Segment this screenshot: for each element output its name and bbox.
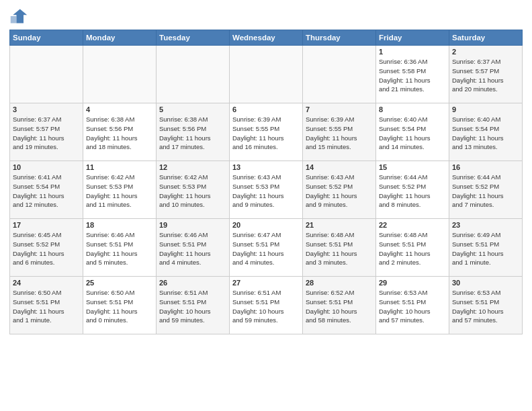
day-number: 1	[379, 48, 446, 56]
week-row-4: 17Sunrise: 6:45 AM Sunset: 5:52 PM Dayli…	[10, 219, 523, 277]
day-info: Sunrise: 6:50 AM Sunset: 5:51 PM Dayligh…	[86, 288, 153, 325]
day-cell-4: 4Sunrise: 6:38 AM Sunset: 5:56 PM Daylig…	[83, 103, 157, 161]
day-info: Sunrise: 6:42 AM Sunset: 5:53 PM Dayligh…	[86, 173, 153, 210]
day-cell-13: 13Sunrise: 6:43 AM Sunset: 5:53 PM Dayli…	[230, 161, 303, 219]
day-number: 16	[452, 163, 519, 171]
day-number: 7	[306, 105, 373, 113]
day-number: 13	[232, 163, 300, 171]
day-number: 6	[232, 105, 300, 113]
calendar: SundayMondayTuesdayWednesdayThursdayFrid…	[9, 30, 523, 334]
empty-cell	[83, 46, 157, 103]
day-cell-2: 2Sunrise: 6:37 AM Sunset: 5:57 PM Daylig…	[449, 46, 523, 103]
day-info: Sunrise: 6:51 AM Sunset: 5:51 PM Dayligh…	[232, 288, 300, 325]
day-cell-30: 30Sunrise: 6:53 AM Sunset: 5:51 PM Dayli…	[449, 277, 523, 334]
day-info: Sunrise: 6:48 AM Sunset: 5:51 PM Dayligh…	[379, 230, 446, 267]
day-cell-26: 26Sunrise: 6:51 AM Sunset: 5:51 PM Dayli…	[157, 277, 230, 334]
day-info: Sunrise: 6:41 AM Sunset: 5:54 PM Dayligh…	[13, 173, 80, 210]
day-info: Sunrise: 6:52 AM Sunset: 5:51 PM Dayligh…	[306, 288, 373, 325]
day-cell-16: 16Sunrise: 6:44 AM Sunset: 5:52 PM Dayli…	[449, 161, 523, 219]
day-cell-18: 18Sunrise: 6:46 AM Sunset: 5:51 PM Dayli…	[83, 219, 157, 277]
logo-icon	[9, 7, 28, 26]
weekday-header-tuesday: Tuesday	[157, 30, 230, 46]
day-cell-6: 6Sunrise: 6:39 AM Sunset: 5:55 PM Daylig…	[230, 103, 303, 161]
day-cell-11: 11Sunrise: 6:42 AM Sunset: 5:53 PM Dayli…	[83, 161, 157, 219]
day-number: 18	[86, 221, 153, 229]
weekday-header-saturday: Saturday	[449, 30, 523, 46]
day-cell-5: 5Sunrise: 6:38 AM Sunset: 5:56 PM Daylig…	[157, 103, 230, 161]
header	[9, 7, 523, 26]
week-row-1: 1Sunrise: 6:36 AM Sunset: 5:58 PM Daylig…	[10, 46, 523, 103]
day-cell-24: 24Sunrise: 6:50 AM Sunset: 5:51 PM Dayli…	[10, 277, 83, 334]
weekday-header-sunday: Sunday	[10, 30, 83, 46]
day-cell-14: 14Sunrise: 6:43 AM Sunset: 5:52 PM Dayli…	[303, 161, 376, 219]
day-number: 28	[306, 279, 373, 287]
day-info: Sunrise: 6:37 AM Sunset: 5:57 PM Dayligh…	[452, 57, 519, 94]
day-number: 10	[13, 163, 80, 171]
day-info: Sunrise: 6:40 AM Sunset: 5:54 PM Dayligh…	[452, 115, 519, 152]
day-info: Sunrise: 6:48 AM Sunset: 5:51 PM Dayligh…	[306, 230, 373, 267]
day-info: Sunrise: 6:43 AM Sunset: 5:53 PM Dayligh…	[232, 173, 300, 210]
day-number: 24	[13, 279, 80, 287]
empty-cell	[230, 46, 303, 103]
day-number: 11	[86, 163, 153, 171]
day-cell-17: 17Sunrise: 6:45 AM Sunset: 5:52 PM Dayli…	[10, 219, 83, 277]
day-info: Sunrise: 6:50 AM Sunset: 5:51 PM Dayligh…	[13, 288, 80, 325]
day-info: Sunrise: 6:53 AM Sunset: 5:51 PM Dayligh…	[452, 288, 519, 325]
day-number: 8	[379, 105, 446, 113]
day-cell-25: 25Sunrise: 6:50 AM Sunset: 5:51 PM Dayli…	[83, 277, 157, 334]
week-row-2: 3Sunrise: 6:37 AM Sunset: 5:57 PM Daylig…	[10, 103, 523, 161]
day-info: Sunrise: 6:49 AM Sunset: 5:51 PM Dayligh…	[452, 230, 519, 267]
day-number: 29	[379, 279, 446, 287]
day-info: Sunrise: 6:43 AM Sunset: 5:52 PM Dayligh…	[306, 173, 373, 210]
day-info: Sunrise: 6:51 AM Sunset: 5:51 PM Dayligh…	[159, 288, 226, 325]
day-number: 14	[306, 163, 373, 171]
day-number: 4	[86, 105, 153, 113]
day-info: Sunrise: 6:44 AM Sunset: 5:52 PM Dayligh…	[379, 173, 446, 210]
day-number: 20	[232, 221, 300, 229]
day-info: Sunrise: 6:44 AM Sunset: 5:52 PM Dayligh…	[452, 173, 519, 210]
weekday-header-wednesday: Wednesday	[230, 30, 303, 46]
day-cell-27: 27Sunrise: 6:51 AM Sunset: 5:51 PM Dayli…	[230, 277, 303, 334]
day-number: 12	[159, 163, 226, 171]
empty-cell	[157, 46, 230, 103]
day-number: 19	[159, 221, 226, 229]
day-number: 25	[86, 279, 153, 287]
day-info: Sunrise: 6:39 AM Sunset: 5:55 PM Dayligh…	[306, 115, 373, 152]
week-row-3: 10Sunrise: 6:41 AM Sunset: 5:54 PM Dayli…	[10, 161, 523, 219]
day-number: 22	[379, 221, 446, 229]
day-number: 3	[13, 105, 80, 113]
empty-cell	[303, 46, 376, 103]
day-cell-20: 20Sunrise: 6:47 AM Sunset: 5:51 PM Dayli…	[230, 219, 303, 277]
day-info: Sunrise: 6:45 AM Sunset: 5:52 PM Dayligh…	[13, 230, 80, 267]
day-cell-19: 19Sunrise: 6:46 AM Sunset: 5:51 PM Dayli…	[157, 219, 230, 277]
day-info: Sunrise: 6:38 AM Sunset: 5:56 PM Dayligh…	[159, 115, 226, 152]
day-number: 21	[306, 221, 373, 229]
day-number: 5	[159, 105, 226, 113]
page: SundayMondayTuesdayWednesdayThursdayFrid…	[0, 0, 532, 340]
day-cell-3: 3Sunrise: 6:37 AM Sunset: 5:57 PM Daylig…	[10, 103, 83, 161]
day-number: 17	[13, 221, 80, 229]
week-row-5: 24Sunrise: 6:50 AM Sunset: 5:51 PM Dayli…	[10, 277, 523, 334]
logo	[9, 7, 31, 26]
day-info: Sunrise: 6:40 AM Sunset: 5:54 PM Dayligh…	[379, 115, 446, 152]
day-info: Sunrise: 6:39 AM Sunset: 5:55 PM Dayligh…	[232, 115, 300, 152]
day-cell-22: 22Sunrise: 6:48 AM Sunset: 5:51 PM Dayli…	[376, 219, 449, 277]
day-cell-29: 29Sunrise: 6:53 AM Sunset: 5:51 PM Dayli…	[376, 277, 449, 334]
day-cell-1: 1Sunrise: 6:36 AM Sunset: 5:58 PM Daylig…	[376, 46, 449, 103]
empty-cell	[10, 46, 83, 103]
day-cell-21: 21Sunrise: 6:48 AM Sunset: 5:51 PM Dayli…	[303, 219, 376, 277]
day-info: Sunrise: 6:47 AM Sunset: 5:51 PM Dayligh…	[232, 230, 300, 267]
day-cell-8: 8Sunrise: 6:40 AM Sunset: 5:54 PM Daylig…	[376, 103, 449, 161]
day-number: 9	[452, 105, 519, 113]
weekday-header-friday: Friday	[376, 30, 449, 46]
day-cell-15: 15Sunrise: 6:44 AM Sunset: 5:52 PM Dayli…	[376, 161, 449, 219]
day-info: Sunrise: 6:36 AM Sunset: 5:58 PM Dayligh…	[379, 57, 446, 94]
day-number: 23	[452, 221, 519, 229]
svg-rect-2	[11, 16, 17, 24]
day-cell-12: 12Sunrise: 6:42 AM Sunset: 5:53 PM Dayli…	[157, 161, 230, 219]
day-cell-28: 28Sunrise: 6:52 AM Sunset: 5:51 PM Dayli…	[303, 277, 376, 334]
day-number: 15	[379, 163, 446, 171]
day-cell-23: 23Sunrise: 6:49 AM Sunset: 5:51 PM Dayli…	[449, 219, 523, 277]
weekday-header-row: SundayMondayTuesdayWednesdayThursdayFrid…	[10, 30, 523, 46]
weekday-header-monday: Monday	[83, 30, 157, 46]
